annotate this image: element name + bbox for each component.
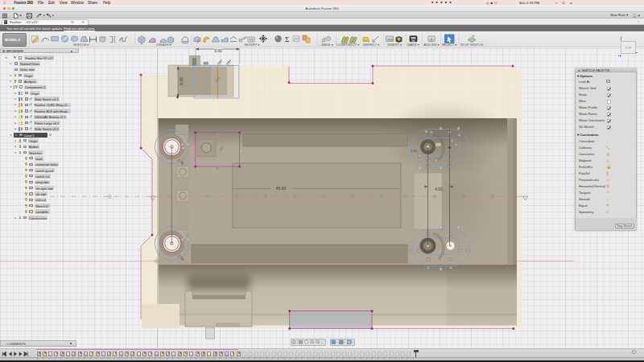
svg-text:Σ: Σ [285, 35, 289, 43]
svg-text:SELECT ▾: SELECT ▾ [442, 43, 457, 47]
svg-text:45.60: 45.60 [276, 186, 287, 191]
svg-text:6.00: 6.00 [180, 77, 184, 85]
svg-text:1.50: 1.50 [411, 149, 418, 153]
svg-text:SKETCH ▾: SKETCH ▾ [73, 43, 89, 47]
svg-text:STOP SKETCH: STOP SKETCH [460, 43, 483, 47]
svg-text:INSERT ▾: INSERT ▾ [387, 43, 402, 47]
svg-text:CREATE ▾: CREATE ▾ [155, 43, 171, 47]
svg-text:MODIFY ▾: MODIFY ▾ [245, 43, 260, 47]
svg-text:4.00: 4.00 [435, 187, 443, 191]
svg-text:...MBLE ▾: ...MBLE ▾ [319, 43, 332, 47]
svg-text:CONSTRUCT ▾: CONSTRUCT ▾ [336, 43, 359, 47]
svg-text:ADD-INS ▾: ADD-INS ▾ [423, 43, 440, 47]
svg-text:MAKE ▾: MAKE ▾ [407, 43, 419, 47]
svg-text:9.00: 9.00 [214, 49, 222, 53]
svg-text:INSPECT ▾: INSPECT ▾ [363, 43, 379, 47]
